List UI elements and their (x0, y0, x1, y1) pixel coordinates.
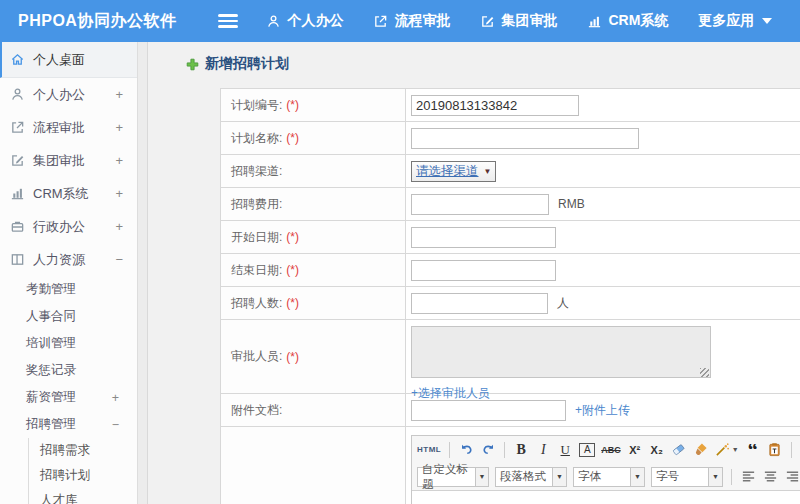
expander-icon[interactable]: + (115, 219, 123, 234)
start-date-input[interactable] (411, 227, 556, 248)
sidebar-item-crm-system[interactable]: CRM系统 + (0, 177, 137, 210)
select-arrow-icon: ▼ (630, 468, 644, 486)
expander-icon[interactable]: + (112, 391, 119, 405)
redo-button[interactable] (480, 440, 496, 460)
border-text-button[interactable]: A (579, 443, 595, 457)
form-row-headcount: 招聘人数: (*) 人 (221, 287, 800, 320)
nav-workflow-approval[interactable]: 流程审批 (373, 12, 450, 30)
bar-chart-icon (10, 186, 25, 201)
sidebar-item-training[interactable]: 培训管理 (0, 330, 137, 357)
recruit-submenu: 招聘需求 招聘计划 人才库 (28, 438, 137, 504)
sidebar-item-personal-office[interactable]: 个人办公 + (0, 78, 137, 111)
expander-icon[interactable]: + (115, 87, 123, 102)
paste-text-button[interactable] (767, 440, 783, 460)
sidebar-item-recruit-plan[interactable]: 招聘计划 (29, 463, 137, 488)
sidebar-item-salary[interactable]: 薪资管理+ (0, 384, 137, 411)
nav-more-apps[interactable]: 更多应用 (698, 12, 772, 30)
italic-button[interactable]: I (535, 440, 551, 460)
flow-approval-icon (10, 120, 25, 135)
attachment-upload-link[interactable]: +附件上传 (575, 402, 630, 419)
bold-button[interactable]: B (513, 440, 529, 460)
field-label: 计划编号: (231, 97, 282, 114)
nav-crm-system[interactable]: CRM系统 (587, 12, 668, 30)
sidebar-item-group-approval[interactable]: 集团审批 + (0, 144, 137, 177)
remove-format-button[interactable] (671, 440, 687, 460)
auto-typeset-button[interactable]: ▼ (715, 440, 739, 460)
page-title: 新增招聘计划 (186, 55, 289, 73)
caret-down-icon (762, 18, 772, 24)
sidebar-item-recruit-demand[interactable]: 招聘需求 (29, 438, 137, 463)
brand-logo: PHPOA协同办公软件 (0, 11, 176, 32)
edit-icon (480, 14, 495, 29)
select-arrow-icon: ▼ (475, 468, 488, 486)
paragraph-format-select[interactable]: 段落格式▼ (495, 467, 567, 487)
form-row-editor: HTML B I U (221, 427, 800, 504)
subscript-button[interactable]: X₂ (649, 440, 665, 460)
resize-grip-icon[interactable] (700, 368, 709, 377)
undo-button[interactable] (458, 440, 474, 460)
app-window: PHPOA协同办公软件 个人办公 流程审批 集团审批 CRM系统 更多应用 (0, 0, 800, 504)
form-row-attachment: 附件文档: +附件上传 (221, 394, 800, 427)
currency-suffix: RMB (558, 197, 585, 211)
select-arrow-icon: ▼ (708, 468, 722, 486)
attachment-input[interactable] (411, 400, 566, 421)
field-label: 审批人员: (231, 348, 282, 365)
collapse-icon[interactable]: − (112, 418, 119, 432)
sidebar-item-personal-desktop[interactable]: 个人桌面 (0, 42, 137, 78)
nav-group-approval[interactable]: 集团审批 (480, 12, 557, 30)
hamburger-menu-icon[interactable] (218, 14, 238, 28)
end-date-input[interactable] (411, 260, 556, 281)
html-source-button[interactable]: HTML (417, 440, 441, 460)
plan-name-input[interactable] (411, 128, 639, 149)
form-row-plan-number: 计划编号: (*) (221, 89, 800, 122)
plan-number-input[interactable] (411, 95, 579, 116)
sidebar-item-rewards[interactable]: 奖惩记录 (0, 357, 137, 384)
underline-button[interactable]: U (557, 440, 573, 460)
user-icon (266, 14, 281, 29)
font-family-select[interactable]: 字体▼ (573, 467, 645, 487)
align-right-button[interactable] (784, 467, 800, 487)
form-row-end-date: 结束日期: (*) (221, 254, 800, 287)
font-size-select[interactable]: 字号▼ (651, 467, 723, 487)
sidebar-item-workflow-approval[interactable]: 流程审批 + (0, 111, 137, 144)
form-row-fee: 招聘费用: RMB (221, 188, 800, 221)
superscript-button[interactable]: X² (627, 440, 643, 460)
top-navigation: 个人办公 流程审批 集团审批 CRM系统 更多应用 (266, 12, 772, 30)
strikethrough-button[interactable]: ABC (601, 440, 621, 460)
align-left-icon (741, 469, 756, 484)
expander-icon[interactable]: + (115, 120, 123, 135)
expander-icon[interactable]: + (115, 153, 123, 168)
form-row-approvers: 审批人员: (*) +选择审批人员 (221, 320, 800, 394)
sidebar-item-admin-office[interactable]: 行政办公 + (0, 210, 137, 243)
editor-content-area[interactable] (412, 490, 800, 504)
bar-chart-icon (587, 14, 602, 29)
channel-select[interactable]: 请选择渠道 ▼ (411, 161, 496, 182)
clipboard-icon (767, 442, 782, 457)
expander-icon[interactable]: + (115, 186, 123, 201)
redo-icon (481, 442, 496, 457)
rich-text-editor: HTML B I U (411, 435, 800, 504)
sidebar-item-attendance[interactable]: 考勤管理 (0, 276, 137, 303)
form-row-channel: 招聘渠道: 请选择渠道 ▼ (221, 155, 800, 188)
flow-approval-icon (373, 14, 388, 29)
sidebar-splitter[interactable] (138, 42, 148, 504)
sidebar-item-human-resources[interactable]: 人力资源 − (0, 243, 137, 276)
nav-personal-office[interactable]: 个人办公 (266, 12, 343, 30)
collapse-icon[interactable]: − (115, 252, 123, 267)
required-marker: (*) (286, 131, 299, 145)
custom-heading-select[interactable]: 自定义标题▼ (417, 467, 489, 487)
format-brush-button[interactable] (693, 440, 709, 460)
approver-textarea[interactable] (411, 326, 711, 378)
sidebar-item-talent-pool[interactable]: 人才库 (29, 488, 137, 504)
headcount-input[interactable] (411, 293, 548, 314)
blockquote-button[interactable]: “ (745, 444, 761, 456)
select-arrow-icon: ▼ (484, 167, 492, 176)
fee-input[interactable] (411, 194, 549, 215)
editor-toolbar-row2: 自定义标题▼ 段落格式▼ 字体▼ 字号▼ (412, 463, 800, 490)
sidebar-item-hr-contracts[interactable]: 人事合同 (0, 303, 137, 330)
briefcase-icon (10, 219, 25, 234)
field-label: 招聘人数: (231, 295, 282, 312)
sidebar-item-recruit-mgmt[interactable]: 招聘管理− (0, 411, 137, 438)
align-center-button[interactable] (762, 467, 778, 487)
align-left-button[interactable] (740, 467, 756, 487)
